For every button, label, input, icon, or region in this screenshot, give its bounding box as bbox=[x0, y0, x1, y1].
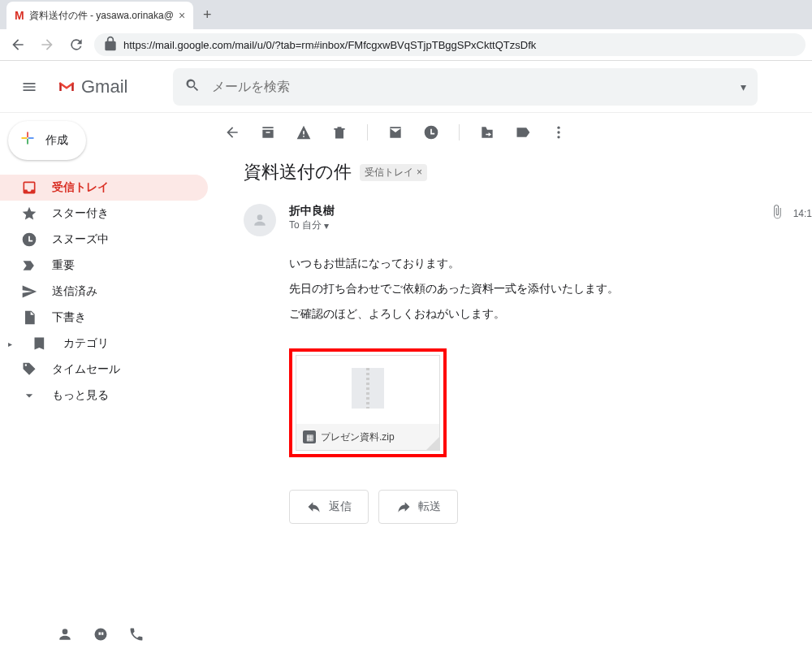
snooze-button[interactable] bbox=[423, 124, 439, 141]
archive-button[interactable] bbox=[260, 124, 276, 141]
tab-close-icon[interactable]: × bbox=[179, 9, 185, 22]
url-field[interactable]: https://mail.google.com/mail/u/0/?tab=rm… bbox=[94, 33, 806, 56]
sidebar-item-label: タイムセール bbox=[52, 362, 120, 377]
mail-toolbar bbox=[208, 113, 812, 152]
report-spam-button[interactable] bbox=[296, 124, 312, 141]
sidebar-item-label: もっと見る bbox=[52, 388, 109, 403]
forward-button[interactable]: 転送 bbox=[378, 490, 458, 524]
tab-bar: M 資料送付の件 - yasawa.orinaka@ × + bbox=[0, 0, 812, 29]
sidebar-item-drafts[interactable]: 下書き bbox=[0, 305, 208, 331]
lock-icon bbox=[102, 36, 119, 54]
star-icon bbox=[21, 205, 37, 222]
address-bar: https://mail.google.com/mail/u/0/?tab=rm… bbox=[0, 29, 812, 60]
sender-name: 折中良樹 bbox=[289, 204, 756, 218]
reply-button[interactable]: 返信 bbox=[289, 490, 369, 524]
mail-body: いつもお世話になっております。 先日の打ち合わせでご依頼のあった資料一式を添付い… bbox=[289, 251, 812, 326]
tab-title: 資料送付の件 - yasawa.orinaka@ bbox=[29, 9, 174, 23]
url-text: https://mail.google.com/mail/u/0/?tab=rm… bbox=[123, 39, 536, 51]
remove-label-icon[interactable]: × bbox=[417, 166, 422, 178]
mail-subject: 資料送付の件 bbox=[244, 160, 352, 184]
search-input[interactable] bbox=[212, 80, 729, 94]
sidebar-item-label: 受信トレイ bbox=[52, 180, 109, 195]
search-options-caret[interactable]: ▾ bbox=[741, 80, 746, 93]
mail-label-chip[interactable]: 受信トレイ × bbox=[360, 164, 427, 181]
sidebar: 作成 受信トレイ スター付き スヌーズ中 重要 送信済み bbox=[0, 113, 208, 653]
hangouts-icon[interactable] bbox=[93, 626, 109, 645]
sidebar-item-label: スター付き bbox=[52, 206, 109, 221]
gmail-favicon: M bbox=[15, 9, 24, 22]
sidebar-item-promotions[interactable]: タイムセール bbox=[0, 357, 208, 383]
sidebar-item-more[interactable]: もっと見る bbox=[0, 383, 208, 409]
back-to-inbox-button[interactable] bbox=[224, 124, 240, 141]
send-icon bbox=[21, 283, 37, 300]
attachment-filename: プレゼン資料.zip bbox=[321, 430, 395, 444]
sidebar-item-label: 送信済み bbox=[52, 284, 97, 299]
new-tab-button[interactable]: + bbox=[193, 6, 222, 24]
sidebar-item-label: 下書き bbox=[52, 310, 86, 325]
sender-avatar[interactable] bbox=[244, 204, 276, 236]
delete-button[interactable] bbox=[331, 124, 348, 141]
person-icon[interactable] bbox=[57, 626, 73, 645]
label-icon bbox=[32, 335, 49, 352]
reload-button[interactable] bbox=[65, 33, 88, 56]
gmail-header: Gmail ▾ bbox=[0, 61, 812, 113]
search-icon bbox=[184, 77, 201, 96]
sidebar-item-important[interactable]: 重要 bbox=[0, 253, 208, 279]
zip-badge-icon: ▦ bbox=[303, 430, 316, 443]
forward-button[interactable] bbox=[36, 33, 58, 56]
browser-tab[interactable]: M 資料送付の件 - yasawa.orinaka@ × bbox=[6, 2, 193, 29]
compose-label: 作成 bbox=[45, 133, 68, 148]
important-icon bbox=[21, 257, 37, 274]
sidebar-item-snoozed[interactable]: スヌーズ中 bbox=[0, 227, 208, 253]
attachment-icon bbox=[769, 204, 785, 223]
chevron-down-icon bbox=[21, 387, 37, 404]
svg-point-0 bbox=[557, 127, 559, 129]
sidebar-item-inbox[interactable]: 受信トレイ bbox=[0, 175, 208, 201]
svg-point-1 bbox=[557, 131, 559, 133]
back-button[interactable] bbox=[6, 33, 29, 56]
sidebar-item-starred[interactable]: スター付き bbox=[0, 201, 208, 227]
search-box[interactable]: ▾ bbox=[173, 68, 758, 106]
chevron-down-icon: ▾ bbox=[324, 220, 329, 231]
zip-file-icon bbox=[352, 368, 384, 409]
sidebar-item-sent[interactable]: 送信済み bbox=[0, 279, 208, 305]
move-to-button[interactable] bbox=[479, 124, 495, 141]
mail-time: 14:1 bbox=[793, 208, 812, 219]
svg-point-2 bbox=[557, 136, 559, 138]
mark-unread-button[interactable] bbox=[387, 124, 404, 141]
main-menu-button[interactable] bbox=[13, 71, 45, 103]
caret-right-icon: ▸ bbox=[8, 339, 18, 348]
inbox-icon bbox=[21, 179, 37, 196]
hangouts-footer bbox=[57, 626, 145, 645]
gmail-m-icon bbox=[58, 79, 75, 95]
sidebar-item-categories[interactable]: ▸ カテゴリ bbox=[0, 331, 208, 357]
sidebar-item-label: 重要 bbox=[52, 258, 75, 273]
main-content: 資料送付の件 受信トレイ × 折中良樹 To 自分 ▾ bbox=[208, 113, 812, 653]
more-button[interactable] bbox=[551, 124, 567, 141]
sidebar-item-label: スヌーズ中 bbox=[52, 232, 109, 247]
clock-icon bbox=[21, 231, 37, 248]
sidebar-item-label: カテゴリ bbox=[63, 336, 109, 351]
plus-icon bbox=[19, 130, 36, 151]
draft-icon bbox=[21, 309, 37, 326]
attachment-card[interactable]: ▦ プレゼン資料.zip bbox=[296, 355, 440, 451]
labels-button[interactable] bbox=[515, 124, 531, 141]
attachment-highlight-box: ▦ プレゼン資料.zip bbox=[289, 348, 447, 457]
phone-icon[interactable] bbox=[128, 626, 145, 645]
tag-icon bbox=[21, 361, 37, 378]
recipient-line[interactable]: To 自分 ▾ bbox=[289, 218, 756, 232]
compose-button[interactable]: 作成 bbox=[8, 121, 86, 160]
gmail-product-name: Gmail bbox=[81, 76, 127, 97]
gmail-logo[interactable]: Gmail bbox=[58, 76, 127, 97]
browser-chrome: M 資料送付の件 - yasawa.orinaka@ × + https://m… bbox=[0, 0, 812, 61]
